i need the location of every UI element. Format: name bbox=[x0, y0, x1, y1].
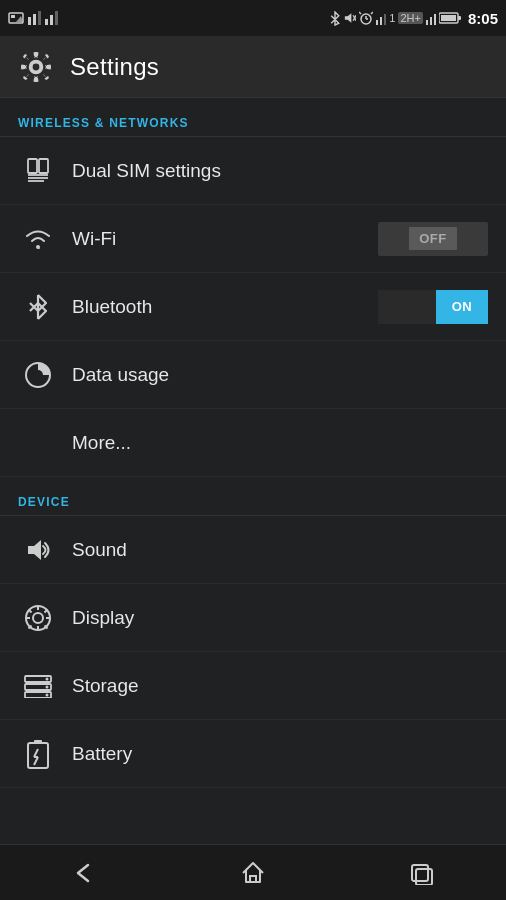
more-icon bbox=[18, 423, 58, 463]
battery-settings-icon bbox=[18, 734, 58, 774]
svg-rect-1 bbox=[11, 15, 15, 18]
settings-content: WIRELESS & NETWORKS Dual SIM settings bbox=[0, 98, 506, 844]
svg-line-16 bbox=[371, 12, 373, 14]
svg-rect-24 bbox=[441, 15, 456, 21]
data-usage-icon bbox=[18, 355, 58, 395]
wifi-icon-svg bbox=[23, 227, 53, 251]
data-usage-label: Data usage bbox=[72, 364, 488, 386]
more-item[interactable]: More... bbox=[0, 409, 506, 477]
svg-rect-8 bbox=[55, 11, 58, 25]
svg-rect-62 bbox=[416, 869, 432, 885]
bluetooth-toggle-container[interactable]: ON bbox=[378, 290, 488, 324]
bluetooth-icon bbox=[18, 287, 58, 327]
svg-line-57 bbox=[34, 749, 38, 757]
dual-sim-icon bbox=[18, 151, 58, 191]
status-left-icons bbox=[8, 11, 58, 25]
storage-label: Storage bbox=[72, 675, 488, 697]
data-usage-item[interactable]: Data usage bbox=[0, 341, 506, 409]
sound-item[interactable]: Sound bbox=[0, 516, 506, 584]
sound-label: Sound bbox=[72, 539, 488, 561]
status-right-icons: 1 2H+ 8:05 bbox=[330, 10, 498, 27]
svg-marker-37 bbox=[28, 540, 41, 560]
signal2-icon bbox=[426, 11, 436, 25]
svg-point-39 bbox=[33, 613, 43, 623]
svg-rect-6 bbox=[45, 19, 48, 25]
recents-icon bbox=[410, 861, 434, 885]
display-item[interactable]: Display bbox=[0, 584, 506, 652]
svg-rect-3 bbox=[28, 17, 31, 25]
display-icon bbox=[18, 598, 58, 638]
svg-rect-4 bbox=[33, 14, 36, 25]
svg-rect-30 bbox=[39, 159, 48, 173]
display-icon-svg bbox=[23, 604, 53, 632]
more-label: More... bbox=[72, 432, 488, 454]
svg-rect-56 bbox=[30, 745, 46, 765]
device-section: DEVICE Sound bbox=[0, 477, 506, 788]
bar-icon-1 bbox=[28, 11, 41, 25]
dual-sim-label: Dual SIM settings bbox=[72, 160, 488, 182]
bluetooth-toggle-text: ON bbox=[452, 299, 473, 314]
svg-rect-19 bbox=[384, 14, 386, 25]
svg-line-44 bbox=[29, 609, 32, 612]
svg-rect-29 bbox=[28, 159, 37, 173]
recents-button[interactable] bbox=[382, 845, 462, 901]
svg-rect-54 bbox=[28, 743, 48, 768]
back-icon bbox=[70, 861, 98, 885]
wifi-toggle[interactable]: OFF bbox=[378, 222, 488, 256]
dual-sim-item[interactable]: Dual SIM settings bbox=[0, 137, 506, 205]
svg-rect-18 bbox=[380, 17, 382, 25]
wifi-item[interactable]: Wi-Fi OFF bbox=[0, 205, 506, 273]
alarm-icon bbox=[359, 11, 373, 25]
bluetooth-toggle[interactable]: ON bbox=[378, 290, 488, 324]
wireless-section-header: WIRELESS & NETWORKS bbox=[0, 98, 506, 136]
svg-rect-55 bbox=[34, 740, 42, 744]
home-button[interactable] bbox=[213, 845, 293, 901]
svg-marker-9 bbox=[345, 13, 352, 22]
gallery-icon bbox=[8, 11, 24, 25]
wifi-toggle-container[interactable]: OFF bbox=[378, 222, 488, 256]
bluetooth-toggle-left bbox=[378, 290, 436, 324]
storage-icon-svg bbox=[24, 674, 52, 698]
status-time: 8:05 bbox=[468, 10, 498, 27]
wifi-toggle-text: OFF bbox=[409, 227, 457, 250]
svg-point-28 bbox=[32, 62, 41, 71]
gear-icon-svg bbox=[19, 50, 53, 84]
sound-icon bbox=[18, 530, 58, 570]
sound-icon-svg bbox=[24, 536, 52, 564]
bar-icon-2 bbox=[45, 11, 58, 25]
svg-point-51 bbox=[46, 677, 49, 680]
battery-label: Battery bbox=[72, 743, 488, 765]
storage-item[interactable]: Storage bbox=[0, 652, 506, 720]
svg-rect-7 bbox=[50, 15, 53, 25]
bluetooth-item[interactable]: Bluetooth ON bbox=[0, 273, 506, 341]
dual-sim-icon-svg bbox=[24, 157, 52, 185]
svg-line-15 bbox=[359, 12, 361, 14]
svg-marker-2 bbox=[16, 16, 23, 22]
wifi-icon bbox=[18, 219, 58, 259]
battery-item[interactable]: Battery bbox=[0, 720, 506, 788]
signal1-icon bbox=[376, 11, 386, 25]
svg-rect-60 bbox=[250, 876, 256, 882]
svg-rect-22 bbox=[434, 14, 436, 25]
bluetooth-label: Bluetooth bbox=[72, 296, 378, 318]
device-section-header: DEVICE bbox=[0, 477, 506, 515]
home-icon bbox=[240, 860, 266, 886]
hplus-badge: 2H+ bbox=[398, 12, 423, 24]
svg-point-52 bbox=[46, 685, 49, 688]
svg-rect-61 bbox=[412, 865, 428, 881]
storage-icon bbox=[18, 666, 58, 706]
display-label: Display bbox=[72, 607, 488, 629]
back-button[interactable] bbox=[44, 845, 124, 901]
svg-rect-17 bbox=[376, 20, 378, 25]
mute-icon bbox=[343, 11, 356, 25]
app-bar: Settings bbox=[0, 36, 506, 98]
bluetooth-toggle-right: ON bbox=[436, 290, 488, 324]
app-bar-title: Settings bbox=[70, 53, 159, 81]
svg-point-34 bbox=[36, 245, 40, 249]
svg-rect-20 bbox=[426, 20, 428, 25]
wifi-label: Wi-Fi bbox=[72, 228, 378, 250]
svg-line-59 bbox=[34, 757, 38, 765]
nav-bar bbox=[0, 844, 506, 900]
svg-point-53 bbox=[46, 693, 49, 696]
signal1-label: 1 bbox=[389, 12, 395, 24]
